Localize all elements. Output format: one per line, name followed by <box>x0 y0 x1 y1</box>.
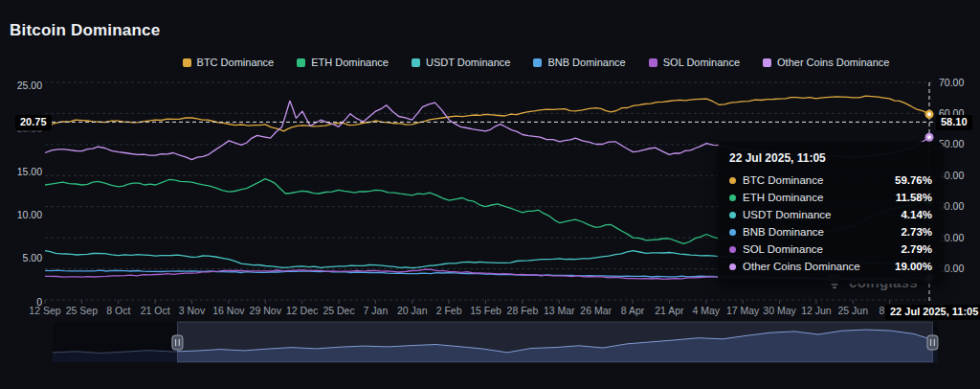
x-axis-label: 12 Dec <box>286 305 318 316</box>
navigator-right-handle[interactable] <box>927 335 938 350</box>
x-axis-label: 25 Dec <box>323 305 354 316</box>
legend-swatch-icon <box>297 58 305 67</box>
x-axis-label: 25 Jun <box>838 305 869 316</box>
legend-item-sol-dominance[interactable]: SOL Dominance <box>649 57 740 68</box>
tooltip-series-dot-icon <box>729 194 736 201</box>
x-axis-label: 20 Jan <box>397 305 428 316</box>
tooltip-series-value: 2.73% <box>901 226 932 238</box>
x-axis-label: 30 May <box>763 305 796 316</box>
x-axis-label: 21 Apr <box>655 305 684 316</box>
legend-item-other-coins-dominance[interactable]: Other Coins Dominance <box>763 57 889 68</box>
tooltip-series-dot-icon <box>729 212 736 218</box>
tooltip-series-dot-icon <box>729 263 736 270</box>
x-axis-label: 12 Sep <box>29 305 60 316</box>
legend-swatch-icon <box>183 58 191 67</box>
tooltip-date: 22 Jul 2025, 11:05 <box>729 151 932 165</box>
tooltip-series-label: Other Coins Dominance <box>743 261 860 272</box>
legend-item-bnb-dominance[interactable]: BNB Dominance <box>533 57 625 68</box>
tooltip-series-label: ETH Dominance <box>743 192 823 203</box>
y-axis-left-label: 10.00 <box>17 209 42 220</box>
tooltip-series-value: 19.00% <box>895 261 932 272</box>
crosshair-right-axis-badge: 58.10 <box>936 115 972 130</box>
tooltip-series-value: 59.76% <box>895 174 932 186</box>
legend-swatch-icon <box>412 58 420 67</box>
tooltip-series-value: 2.79% <box>901 243 932 255</box>
x-axis-label: 28 Feb <box>507 305 539 316</box>
legend-item-btc-dominance[interactable]: BTC Dominance <box>183 57 275 68</box>
tooltip-series-value: 4.14% <box>901 209 932 220</box>
crosshair-left-axis-badge: 20.75 <box>15 115 52 130</box>
tooltip-series-label: BNB Dominance <box>743 226 824 238</box>
y-axis-left-label: 25.00 <box>17 80 42 91</box>
navigator-dim-left <box>53 322 177 362</box>
x-axis-label: 8 Oct <box>106 305 130 316</box>
tooltip-series-label: SOL Dominance <box>743 243 823 255</box>
series-end-dot-core-other-coins-dominance <box>927 135 931 139</box>
legend-item-label: BTC Dominance <box>197 57 275 68</box>
navigator-selected-range[interactable] <box>177 322 932 362</box>
tooltip-row-sol-dominance: SOL Dominance2.79% <box>729 240 932 258</box>
legend-item-label: USDT Dominance <box>426 57 510 68</box>
x-axis-label: 25 Sep <box>66 305 98 316</box>
x-axis-label: 7 Jan <box>364 305 389 316</box>
x-axis-label: 2 Feb <box>436 305 462 316</box>
legend-item-eth-dominance[interactable]: ETH Dominance <box>297 57 389 68</box>
tooltip-series-dot-icon <box>729 177 736 184</box>
y-axis-left-label: 15.00 <box>17 166 42 177</box>
y-axis-left-label: 5.00 <box>23 252 43 263</box>
legend-swatch-icon <box>533 58 542 67</box>
tooltip-row-eth-dominance: ETH Dominance11.58% <box>729 189 932 206</box>
x-axis-label: 13 Mar <box>544 305 575 316</box>
chart-tooltip: 22 Jul 2025, 11:05 BTC Dominance59.76%ET… <box>718 142 944 284</box>
legend-item-label: ETH Dominance <box>311 57 389 68</box>
x-axis-label: 8 Apr <box>621 305 645 316</box>
tooltip-row-bnb-dominance: BNB Dominance2.73% <box>729 223 932 240</box>
x-axis-label: 26 Mar <box>580 305 612 316</box>
tooltip-row-btc-dominance: BTC Dominance59.76% <box>729 172 932 189</box>
x-axis-label: 4 May <box>692 305 720 316</box>
legend-swatch-icon <box>649 58 657 67</box>
x-axis-label: 21 Oct <box>141 305 170 316</box>
x-axis-label: 16 Nov <box>212 305 245 316</box>
tooltip-series-value: 11.58% <box>896 192 932 203</box>
x-axis-label: 29 Nov <box>250 305 282 316</box>
y-axis-right-label: 70.00 <box>939 77 964 88</box>
legend: BTC DominanceETH DominanceUSDT Dominance… <box>0 57 980 68</box>
series-end-dot-core-btc-dominance <box>927 112 931 116</box>
x-axis-label: 15 Feb <box>470 305 501 316</box>
legend-item-usdt-dominance[interactable]: USDT Dominance <box>412 57 510 68</box>
navigator-left-handle[interactable] <box>172 335 183 350</box>
tooltip-series-dot-icon <box>729 246 736 253</box>
legend-item-label: BNB Dominance <box>547 57 625 68</box>
legend-swatch-icon <box>763 58 771 67</box>
crosshair-date-badge: 22 Jul 2025, 11:05 <box>885 305 980 320</box>
tooltip-series-dot-icon <box>729 229 736 236</box>
tooltip-series-label: BTC Dominance <box>743 174 823 186</box>
tooltip-row-usdt-dominance: USDT Dominance4.14% <box>729 206 932 223</box>
x-axis-label: 17 May <box>726 305 760 316</box>
legend-item-label: SOL Dominance <box>663 57 740 68</box>
legend-item-label: Other Coins Dominance <box>777 57 889 68</box>
tooltip-series-label: USDT Dominance <box>743 209 831 220</box>
x-axis-label: 12 Jun <box>801 305 832 316</box>
x-axis-label: 3 Nov <box>179 305 206 316</box>
tooltip-row-other-coins-dominance: Other Coins Dominance19.00% <box>729 258 932 275</box>
